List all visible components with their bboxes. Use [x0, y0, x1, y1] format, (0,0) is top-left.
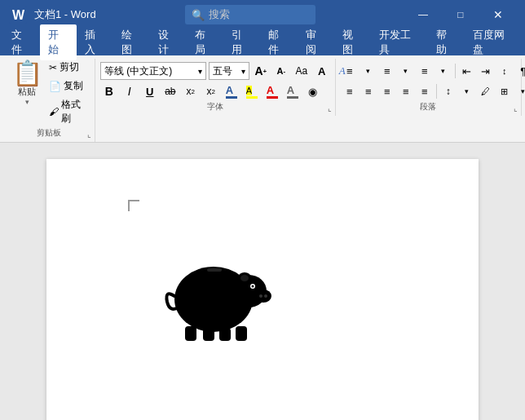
sort-button[interactable]: ↕ [496, 62, 514, 80]
title-bar-left: W 文档1 - Word [8, 5, 96, 24]
svg-rect-15 [236, 326, 247, 341]
document-area [0, 143, 525, 420]
menu-design[interactable]: 设计 [150, 24, 187, 60]
paragraph-group-label: 段落 [420, 101, 436, 113]
paste-icon: 📋 [12, 61, 42, 86]
change-case-button[interactable]: Aa [293, 62, 311, 80]
font-row1: 等线 (中文正文) ▾ 五号 ▾ A+ A- Aa A A [100, 62, 351, 80]
bullet-dropdown[interactable]: ▾ [360, 62, 377, 80]
separator2 [436, 84, 437, 99]
copy-button[interactable]: 📄 复制 [46, 77, 90, 95]
align-right-button[interactable]: ≡ [378, 82, 396, 100]
word-icon: W [8, 5, 28, 24]
menu-file[interactable]: 文件 [3, 24, 40, 60]
ribbon: 📋 粘贴 ▾ ✂ 剪切 📄 复制 🖌 格式刷 剪贴板 ⌞ [0, 55, 525, 143]
paste-dropdown-icon: ▾ [25, 98, 29, 106]
font-name-text: 等线 (中文正文) [104, 64, 172, 78]
menu-layout[interactable]: 布局 [187, 24, 223, 60]
clipboard-expand-icon[interactable]: ⌞ [87, 130, 91, 139]
font-symbol-button[interactable]: ◉ [304, 82, 322, 100]
decrease-indent-button[interactable]: ⇤ [458, 62, 476, 80]
document-page[interactable] [46, 159, 479, 420]
shading-button[interactable]: 🖊 [477, 82, 495, 100]
line-spacing-dropdown[interactable]: ▾ [458, 82, 476, 100]
cut-label: 剪切 [60, 60, 79, 74]
numbered-list-button[interactable]: ≡ [378, 62, 396, 80]
menu-home[interactable]: 开始 [40, 24, 77, 60]
separator1 [455, 64, 456, 78]
italic-button[interactable]: I [121, 82, 139, 100]
show-marks-button[interactable]: ¶ [514, 62, 525, 80]
distribute-button[interactable]: ≡ [416, 82, 434, 100]
line-spacing-button[interactable]: ↕ [439, 82, 457, 100]
font-group: 等线 (中文正文) ▾ 五号 ▾ A+ A- Aa A A [95, 59, 336, 116]
piggy-bank-image[interactable] [161, 241, 275, 350]
bold-button[interactable]: B [100, 82, 118, 100]
clipboard-small-buttons: ✂ 剪切 📄 复制 🖌 格式刷 [46, 59, 90, 127]
title-text: 文档1 - Word [34, 7, 96, 22]
menu-mailings[interactable]: 邮件 [260, 24, 297, 60]
align-left-button[interactable]: ≡ [341, 82, 359, 100]
menu-help[interactable]: 帮助 [428, 24, 465, 60]
svg-rect-12 [185, 326, 196, 341]
menu-bar: 文件 开始 插入 绘图 设计 布局 引用 邮件 审阅 视图 开发工具 帮助 百度… [0, 29, 525, 55]
justify-button[interactable]: ≡ [397, 82, 415, 100]
menu-review[interactable]: 审阅 [298, 24, 334, 60]
clipboard-group-label: 剪贴板 [37, 127, 61, 139]
format-painter-button[interactable]: 🖌 格式刷 [46, 96, 90, 127]
format-painter-icon: 🖌 [49, 106, 59, 117]
font-size-selector[interactable]: 五号 ▾ [209, 62, 249, 80]
copy-label: 复制 [64, 79, 83, 93]
increase-indent-button[interactable]: ⇥ [477, 62, 495, 80]
border-dropdown[interactable]: ▾ [514, 82, 525, 100]
menu-developer[interactable]: 开发工具 [371, 24, 428, 60]
font-gray-button[interactable]: A [284, 82, 302, 100]
para-expand-icon[interactable]: ⌞ [514, 104, 518, 113]
paragraph-row2: ≡ ≡ ≡ ≡ ≡ ↕ ▾ 🖊 ⊞ ▾ [341, 82, 525, 100]
numbered-dropdown[interactable]: ▾ [397, 62, 415, 80]
page-corner-mark [128, 200, 139, 211]
bullet-list-button[interactable]: ≡ [341, 62, 359, 80]
svg-point-8 [264, 294, 267, 298]
paste-button[interactable]: 📋 粘贴 ▾ [8, 59, 46, 108]
size-dropdown-icon: ▾ [241, 67, 245, 76]
clear-format-button[interactable]: A [313, 62, 331, 80]
font-dropdown-icon: ▾ [198, 67, 202, 76]
font-color-button[interactable]: A [223, 82, 240, 100]
font-expand-icon[interactable]: ⌞ [328, 104, 332, 113]
ribbon-content: 📋 粘贴 ▾ ✂ 剪切 📄 复制 🖌 格式刷 剪贴板 ⌞ [3, 59, 522, 142]
highlight-button[interactable]: A [243, 82, 261, 100]
menu-draw[interactable]: 绘图 [113, 24, 150, 60]
multilevel-dropdown[interactable]: ▾ [435, 62, 452, 80]
cut-icon: ✂ [49, 62, 57, 73]
subscript-button[interactable]: x2 [182, 82, 200, 100]
menu-references[interactable]: 引用 [223, 24, 260, 60]
menu-insert[interactable]: 插入 [77, 24, 113, 60]
search-box[interactable]: 🔍 搜索 [185, 5, 315, 24]
svg-point-7 [259, 294, 262, 298]
copy-icon: 📄 [49, 81, 61, 92]
superscript-button[interactable]: x2 [202, 82, 220, 100]
font-color2-button[interactable]: A [263, 82, 281, 100]
paragraph-group: ≡ ▾ ≡ ▾ ≡ ▾ ⇤ ⇥ ↕ ¶ ≡ ≡ ≡ ≡ ≡ [336, 59, 522, 116]
multilevel-list-button[interactable]: ≡ [416, 62, 434, 80]
search-icon: 🔍 [192, 9, 205, 21]
svg-point-10 [252, 285, 254, 288]
cut-button[interactable]: ✂ 剪切 [46, 59, 90, 76]
menu-baidu[interactable]: 百度网盘 [465, 24, 522, 60]
font-group-label: 字体 [207, 101, 223, 113]
menu-view[interactable]: 视图 [334, 24, 371, 60]
svg-point-5 [240, 275, 249, 281]
paragraph-row1: ≡ ▾ ≡ ▾ ≡ ▾ ⇤ ⇥ ↕ ¶ [341, 62, 525, 80]
border-button[interactable]: ⊞ [496, 82, 514, 100]
underline-button[interactable]: U [141, 82, 159, 100]
paste-label: 粘贴 [18, 86, 36, 98]
svg-rect-11 [207, 268, 222, 272]
strikethrough-button[interactable]: ab [161, 82, 179, 100]
grow-font-button[interactable]: A+ [252, 62, 270, 80]
svg-rect-14 [219, 328, 231, 341]
font-name-selector[interactable]: 等线 (中文正文) ▾ [100, 62, 206, 80]
shrink-font-button[interactable]: A- [272, 62, 290, 80]
align-center-button[interactable]: ≡ [360, 82, 377, 100]
font-size-text: 五号 [213, 64, 232, 78]
